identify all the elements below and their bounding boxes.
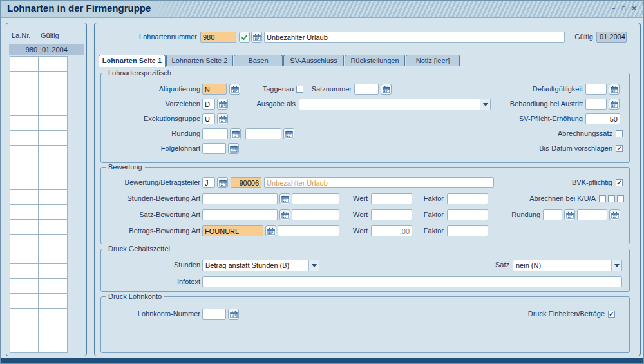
apply-button[interactable]	[239, 32, 250, 43]
lohnkonto-nummer-input[interactable]	[202, 309, 226, 320]
maximize-button[interactable]: □	[620, 5, 628, 13]
satz-bewertung-input-1[interactable]	[202, 209, 278, 220]
betrags-bewertung-input-2[interactable]	[278, 225, 339, 236]
bewertung-rundung-input-2[interactable]	[577, 209, 607, 220]
calendar-button[interactable]	[609, 99, 620, 110]
sidebar-empty-row[interactable]	[10, 101, 68, 116]
cell-lanr	[10, 204, 39, 220]
bewertung-nummer-input[interactable]	[231, 177, 261, 188]
bis-datum-checkbox[interactable]	[616, 145, 623, 152]
folgelohnart-input[interactable]	[202, 143, 226, 154]
calendar-button[interactable]	[564, 209, 575, 220]
satz-bewertung-input-2[interactable]	[292, 209, 339, 220]
sidebar-empty-row[interactable]	[10, 323, 68, 338]
calendar-button[interactable]	[217, 113, 228, 124]
satznummer-input[interactable]	[354, 84, 379, 95]
betragsteiler-input[interactable]	[202, 177, 215, 188]
sidebar-empty-row[interactable]	[10, 338, 68, 353]
stunden-faktor-input[interactable]	[447, 193, 488, 204]
tab-basen[interactable]: Basen	[234, 55, 283, 66]
calendar-button[interactable]	[609, 84, 620, 95]
aliquotierung-input[interactable]	[202, 84, 227, 95]
cell-gueltig	[38, 234, 68, 249]
calendar-button[interactable]	[265, 225, 276, 236]
sidebar-empty-row[interactable]	[10, 189, 68, 205]
abrechnen-u-checkbox[interactable]	[608, 195, 615, 202]
tab-sv-ausschluss[interactable]: SV-Ausschluss	[283, 55, 344, 66]
calendar-button[interactable]	[381, 84, 392, 95]
calendar-button[interactable]	[217, 177, 228, 188]
betrag-faktor-input[interactable]	[447, 225, 488, 236]
calendar-button[interactable]	[609, 209, 620, 220]
calendar-icon	[611, 86, 618, 93]
behandlung-austritt-label: Behandlung bei Austritt	[499, 99, 583, 110]
calendar-icon	[281, 195, 289, 203]
sidebar-empty-row[interactable]	[10, 145, 68, 160]
sidebar-empty-row[interactable]	[10, 160, 68, 175]
stunden-bewertung-input-2[interactable]	[292, 193, 339, 204]
sidebar-empty-row[interactable]	[10, 308, 68, 323]
stunden-bewertung-input-1[interactable]	[202, 193, 278, 204]
infotext-input[interactable]	[202, 276, 622, 287]
betrag-wert-input[interactable]	[371, 225, 412, 236]
sidebar-empty-row[interactable]	[10, 130, 68, 146]
druck-stunden-select[interactable]: Betrag anstatt Stunden (B)	[202, 260, 319, 271]
tab-lohnarten-seite-1[interactable]: Lohnarten Seite 1	[99, 55, 166, 67]
selected-wage-type-row[interactable]: 980 01.2004	[9, 44, 84, 55]
behandlung-austritt-input[interactable]	[585, 99, 607, 110]
sidebar-empty-row[interactable]	[10, 175, 68, 190]
sidebar-empty-row[interactable]	[10, 86, 68, 101]
sidebar-empty-row[interactable]	[10, 219, 68, 235]
abrechnen-k-checkbox[interactable]	[599, 195, 606, 202]
defaultgueltigkeit-input[interactable]	[585, 84, 607, 95]
sidebar-empty-row[interactable]	[10, 71, 68, 86]
calendar-button[interactable]	[279, 193, 290, 204]
exekutionsgruppe-input[interactable]	[202, 113, 215, 124]
satz-faktor-input[interactable]	[447, 209, 488, 220]
sidebar-empty-row[interactable]	[10, 278, 68, 294]
calendar-button[interactable]	[228, 143, 239, 154]
wage-type-number-input[interactable]	[200, 32, 236, 43]
sidebar-empty-row[interactable]	[10, 249, 68, 264]
ausgabe-als-select[interactable]	[299, 99, 491, 110]
sidebar-empty-row[interactable]	[10, 293, 68, 309]
sidebar-empty-row[interactable]	[10, 56, 68, 72]
tab-notiz[interactable]: Notiz [leer]	[406, 55, 460, 66]
bewertung-rundung-input-1[interactable]	[543, 209, 562, 220]
tab-rueckstellungen[interactable]: Rückstellungen	[345, 55, 405, 66]
calendar-button[interactable]	[230, 128, 241, 139]
vorzeichen-label: Vorzeichen	[104, 99, 200, 110]
cell-gueltig	[38, 219, 68, 235]
stunden-wert-input[interactable]	[371, 193, 412, 204]
calendar-button[interactable]	[279, 209, 290, 220]
betrags-bewertung-input-1[interactable]	[202, 225, 263, 236]
bvk-pflichtig-checkbox[interactable]	[616, 179, 623, 186]
druck-einheiten-checkbox[interactable]	[608, 311, 615, 318]
sidebar-empty-row[interactable]	[10, 115, 68, 131]
calendar-button[interactable]	[283, 128, 294, 139]
sidebar-empty-row[interactable]	[10, 263, 68, 279]
calendar-button[interactable]	[217, 99, 228, 110]
wage-type-name-input[interactable]	[264, 32, 565, 43]
sidebar-empty-row[interactable]	[10, 234, 68, 249]
rundung-input-1[interactable]	[202, 128, 228, 139]
satz-wert-input[interactable]	[371, 209, 412, 220]
cell-gueltig	[38, 189, 68, 205]
druck-satz-select[interactable]: nein (N)	[513, 260, 622, 271]
calendar-icon	[281, 211, 289, 219]
column-header-lanr: La.Nr.	[12, 32, 30, 39]
bewertung-name-input[interactable]	[264, 177, 494, 188]
calendar-button[interactable]	[228, 309, 239, 320]
close-button[interactable]: ✕	[630, 5, 638, 13]
vorzeichen-input[interactable]	[202, 99, 215, 110]
tab-lohnarten-seite-2[interactable]: Lohnarten Seite 2	[166, 55, 233, 66]
abrechnungssatz-checkbox[interactable]	[616, 130, 623, 137]
rundung-input-2[interactable]	[245, 128, 281, 139]
taggenau-checkbox[interactable]	[296, 86, 303, 93]
sv-pflicht-input[interactable]	[585, 113, 620, 124]
sidebar-empty-row[interactable]	[10, 204, 68, 220]
minimize-button[interactable]: –	[609, 5, 618, 13]
calendar-button[interactable]	[251, 32, 262, 43]
abrechnen-a-checkbox[interactable]	[617, 195, 624, 202]
calendar-button[interactable]	[229, 84, 240, 95]
